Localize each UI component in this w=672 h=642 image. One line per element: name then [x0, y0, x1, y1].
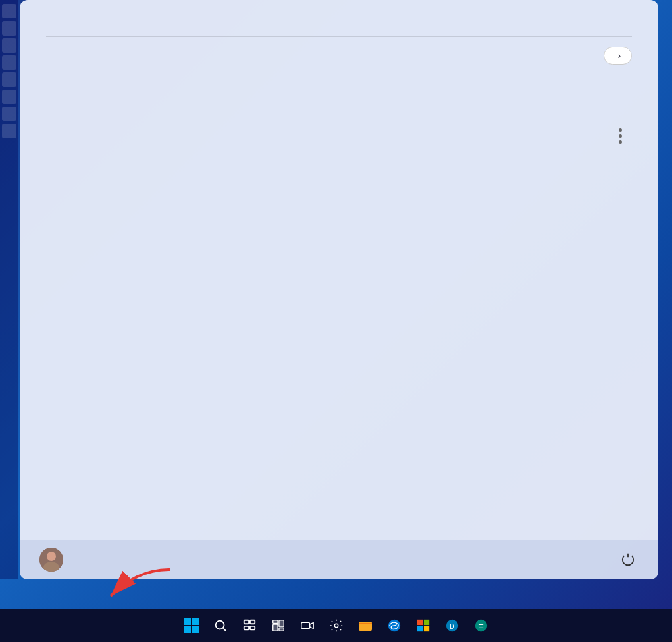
taskbar-dell-button[interactable]: D	[439, 612, 465, 639]
search-button[interactable]	[207, 612, 234, 639]
taskbar-settings-button[interactable]	[323, 612, 349, 639]
svg-rect-5	[192, 618, 199, 625]
start-button[interactable]	[178, 612, 205, 639]
avatar	[39, 548, 63, 572]
svg-rect-13	[272, 620, 277, 624]
svg-rect-14	[272, 624, 277, 631]
svg-rect-10	[249, 620, 254, 624]
taskbar-center: D ≡	[178, 612, 494, 639]
power-button[interactable]	[617, 549, 638, 570]
task-view-button[interactable]	[236, 612, 263, 639]
widgets-button[interactable]	[265, 612, 292, 639]
svg-rect-24	[423, 626, 428, 631]
more-button[interactable]: ›	[604, 47, 632, 65]
user-info[interactable]	[39, 548, 71, 572]
pinned-section	[46, 20, 632, 33]
svg-rect-4	[184, 618, 191, 625]
bottom-bar	[20, 540, 658, 579]
svg-text:≡: ≡	[478, 621, 484, 631]
svg-point-18	[334, 624, 338, 628]
svg-rect-15	[278, 620, 283, 627]
svg-rect-22	[423, 620, 428, 625]
dot-2	[619, 134, 622, 138]
chevron-right-icon: ›	[618, 51, 621, 61]
section-divider	[46, 36, 632, 37]
svg-rect-16	[278, 628, 283, 631]
teams-button[interactable]	[294, 612, 321, 639]
desktop: ›	[0, 0, 672, 642]
svg-rect-12	[249, 626, 254, 630]
dot-3	[619, 140, 622, 144]
taskbar: D ≡	[0, 609, 672, 642]
svg-rect-21	[417, 620, 422, 625]
svg-rect-6	[184, 626, 191, 633]
svg-point-1	[47, 552, 56, 561]
taskbar-extra-button[interactable]: ≡	[468, 612, 494, 639]
recommended-section: ›	[46, 47, 632, 530]
recommended-header: ›	[46, 47, 632, 65]
left-sidebar	[0, 0, 18, 579]
svg-rect-19	[359, 622, 372, 631]
svg-rect-17	[301, 622, 309, 628]
dot-1	[619, 128, 622, 132]
start-menu: ›	[20, 0, 658, 579]
file-explorer-button[interactable]	[352, 612, 378, 639]
taskbar-edge-button[interactable]	[381, 612, 407, 639]
svg-rect-7	[192, 626, 199, 633]
svg-rect-23	[417, 626, 422, 631]
svg-text:D: D	[450, 623, 454, 630]
pagination-dots[interactable]	[619, 128, 622, 144]
svg-rect-9	[244, 620, 248, 624]
svg-point-8	[215, 621, 224, 629]
taskbar-store-button[interactable]	[410, 612, 436, 639]
svg-rect-11	[244, 626, 248, 630]
